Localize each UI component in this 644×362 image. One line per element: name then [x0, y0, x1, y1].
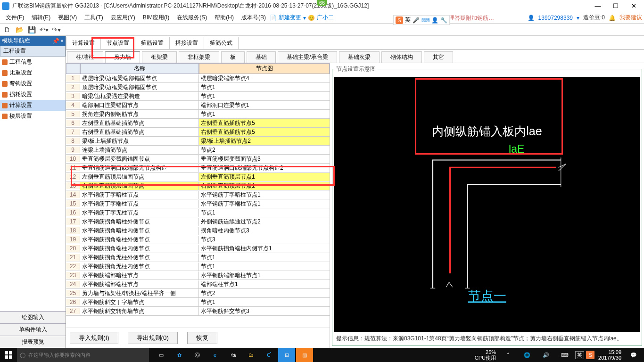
account-number[interactable]: 13907298339 — [538, 15, 573, 21]
ime-mic-icon[interactable]: 🎤 — [413, 17, 420, 24]
table-row[interactable]: 17水平钢筋拐角暗柱外侧节点外侧钢筋连续通过节点2 — [66, 217, 330, 226]
row-graph[interactable]: 外侧钢筋连续通过节点2 — [199, 218, 330, 226]
new-change-link[interactable]: 新建变更 — [279, 14, 301, 22]
row-graph[interactable]: 节点3 — [199, 236, 330, 244]
table-row[interactable]: 18水平钢筋拐角暗柱内侧节点拐角暗柱内侧节点3 — [66, 226, 330, 235]
row-graph[interactable]: 右侧垂直筋插筋节点5 — [199, 128, 330, 136]
clock[interactable]: 15:092017/9/30 — [596, 349, 623, 361]
table-row[interactable]: 11垂直钢筋遇洞口或端部无节点构造垂直筋遇洞口或端部无节点构造2 — [66, 164, 330, 173]
menu-item[interactable]: 云应用(Y) — [107, 14, 139, 22]
row-graph[interactable]: 梁/板上墙插筋节点2 — [199, 137, 330, 145]
row-graph[interactable]: 水平钢筋拐角端柱内侧节点1 — [199, 245, 330, 253]
new-file-button[interactable]: 🗋 — [2, 25, 12, 35]
taskbar-search[interactable]: ◯ 在这里输入你要搜索的内容 — [17, 348, 149, 362]
col-graph[interactable]: 节点图 — [199, 63, 330, 74]
table-row[interactable]: 5拐角连梁内侧钢筋节点节点1 — [66, 110, 330, 119]
table-row[interactable]: 2顶层暗梁/边框梁端部锚固节点节点1 — [66, 83, 330, 92]
pin-icon[interactable]: 📌 — [52, 38, 59, 44]
tab-primary[interactable]: 箍筋设置 — [135, 37, 170, 49]
table-row[interactable]: 19水平钢筋拐角端柱外侧节点节点3 — [66, 235, 330, 244]
tray-up-icon[interactable]: ˄ — [500, 348, 517, 362]
tab-secondary[interactable]: 其它 — [424, 51, 453, 63]
row-graph[interactable]: 节点1 — [199, 110, 330, 118]
menu-item[interactable]: 在线服务(S) — [173, 14, 211, 22]
table-row[interactable]: 1楼层暗梁/边框梁端部锚固节点楼层暗梁端部节点4 — [66, 74, 330, 83]
row-graph[interactable]: 左侧垂直筋插筋节点5 — [199, 119, 330, 127]
row-graph[interactable]: 楼层暗梁端部节点4 — [199, 74, 330, 82]
table-row[interactable]: 15水平钢筋丁字端柱节点水平钢筋丁字端柱节点1 — [66, 199, 330, 208]
tab-primary[interactable]: 搭接设置 — [169, 37, 204, 49]
tab-primary[interactable]: 箍筋公式 — [204, 37, 239, 49]
row-graph[interactable]: 节点1 — [199, 92, 330, 100]
table-row[interactable]: 26水平钢筋斜交丁字墙节点节点1 — [66, 298, 330, 307]
row-graph[interactable]: 垂直筋遇洞口或端部无节点构造2 — [199, 164, 330, 172]
row-graph[interactable]: 拐角暗柱内侧节点3 — [199, 227, 330, 235]
table-row[interactable]: 3暗梁/边框梁遇连梁构造节点1 — [66, 92, 330, 101]
tb-edge[interactable]: e — [206, 348, 223, 362]
table-row[interactable]: 7右侧垂直筋基础插筋节点右侧垂直筋插筋节点5 — [66, 128, 330, 137]
tab-secondary[interactable]: 砌体结构 — [381, 51, 422, 63]
user-name[interactable]: 广小二 — [317, 14, 334, 22]
tab-primary[interactable]: 计算设置 — [66, 37, 101, 49]
table-row[interactable]: 14水平钢筋丁字暗柱节点水平钢筋丁字暗柱节点1 — [66, 190, 330, 199]
tb-explorer[interactable]: 🗂 — [242, 348, 259, 362]
row-graph[interactable]: 垂直筋楼层变截面节点3 — [199, 155, 330, 163]
tab-secondary[interactable]: 板 — [221, 51, 245, 63]
start-button[interactable] — [0, 348, 17, 362]
menu-item[interactable]: BIM应用(I) — [139, 14, 173, 22]
ime-keyboard-icon[interactable]: ⌨ — [421, 17, 429, 24]
nav-bottom-item[interactable]: 报表预览 — [0, 336, 66, 348]
tray-lang[interactable]: 英 — [575, 351, 584, 359]
undo-button[interactable]: ↶▾ — [39, 25, 49, 35]
menu-item[interactable]: 帮助(H) — [211, 14, 238, 22]
row-graph[interactable]: 节点1 — [199, 83, 330, 91]
menu-item[interactable]: 视图(V) — [54, 14, 81, 22]
row-graph[interactable]: 节点2 — [199, 289, 330, 297]
nav-item[interactable]: 损耗设置 — [0, 89, 66, 100]
action-center-icon[interactable]: 💬 — [625, 348, 642, 362]
tab-primary[interactable]: 节点设置 — [100, 37, 135, 49]
ime-tools-icon[interactable]: 🔧 — [440, 17, 447, 24]
nav-item[interactable]: 工程信息 — [0, 57, 66, 67]
new-change-icon[interactable]: 📄 — [270, 15, 277, 21]
table-row[interactable]: 10垂直筋楼层变截面锚固节点垂直筋楼层变截面节点3 — [66, 155, 330, 164]
tab-secondary[interactable]: 剪力墙 — [105, 51, 140, 63]
tb-store[interactable]: 🛍 — [224, 348, 241, 362]
menu-item[interactable]: 工具(T) — [81, 14, 107, 22]
account-icon[interactable]: 👤 — [528, 15, 535, 21]
nav-close-icon[interactable]: × — [60, 38, 64, 44]
table-row[interactable]: 22水平钢筋拐角无柱内侧节点节点1 — [66, 262, 330, 271]
tab-secondary[interactable]: 框架梁 — [142, 51, 177, 63]
row-graph[interactable]: 节点1 — [199, 254, 330, 262]
table-row[interactable]: 16水平钢筋丁字无柱节点节点1 — [66, 208, 330, 217]
tray-vol-icon[interactable]: 🔊 — [537, 348, 554, 362]
tab-secondary[interactable]: 基础次梁 — [339, 51, 380, 63]
tray-ime-icon[interactable]: ⌨ — [556, 348, 573, 362]
bell-icon[interactable]: 🔔 — [609, 15, 616, 21]
table-row[interactable]: 23水平钢筋端部暗柱节点水平钢筋端部暗柱节点1 — [66, 271, 330, 280]
table-row[interactable]: 21水平钢筋拐角无柱外侧节点节点1 — [66, 253, 330, 262]
help-badge[interactable]: 66 — [317, 0, 327, 6]
feedback-link[interactable]: 我要建议 — [619, 14, 642, 22]
col-name[interactable]: 名称 — [80, 63, 199, 74]
minimize-button[interactable]: — — [589, 0, 606, 12]
table-row[interactable]: 13右侧垂直筋顶层锚固节点右侧垂直筋顶层节点1 — [66, 181, 330, 190]
row-graph[interactable]: 节点1 — [199, 209, 330, 217]
user-avatar-icon[interactable]: 😊 — [308, 15, 315, 21]
nav-bottom-item[interactable]: 单构件输入 — [0, 323, 66, 336]
table-row[interactable]: 20水平钢筋拐角端柱内侧节点水平钢筋拐角端柱内侧节点1 — [66, 244, 330, 253]
row-graph[interactable]: 节点1 — [199, 263, 330, 271]
tb-app-1[interactable]: ✿ — [171, 348, 188, 362]
row-graph[interactable]: 右侧垂直筋顶层节点1 — [199, 182, 330, 190]
tb-app-3[interactable]: Ƈ — [260, 348, 277, 362]
ime-user-icon[interactable]: 👤 — [431, 17, 438, 24]
nav-group[interactable]: 工程设置 — [0, 46, 66, 57]
close-button[interactable]: ✕ — [625, 0, 642, 12]
tb-app-5[interactable]: ▨ — [296, 348, 313, 362]
tb-app-4[interactable]: ⊞ — [278, 348, 295, 362]
maximize-button[interactable]: ☐ — [607, 0, 624, 12]
save-button[interactable]: 💾 — [26, 25, 37, 35]
open-file-button[interactable]: 📂 — [14, 25, 25, 35]
row-graph[interactable]: 端部洞口连梁节点1 — [199, 101, 330, 109]
row-graph[interactable]: 左侧垂直筋顶层节点1 — [199, 173, 330, 181]
